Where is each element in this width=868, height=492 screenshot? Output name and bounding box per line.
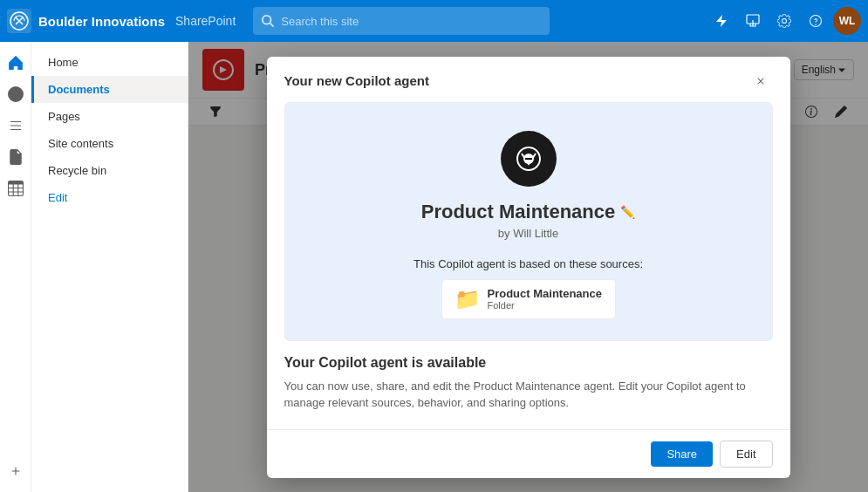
agent-card-area: Product Maintenance ✏️ by Will Little Th… [284,102,773,341]
copilot-agent-modal: Your new Copilot agent [267,57,790,478]
available-desc: You can now use, share, and edit the Pro… [284,378,773,412]
agent-sources-label: This Copilot agent is based on these sou… [303,257,755,270]
copilot-icon [513,143,544,174]
topbar-icons: WL [707,7,861,35]
main-content: Product M Edit only Not following Englis… [188,42,868,492]
modal-header: Your new Copilot agent [267,57,790,102]
nav-item-site-contents[interactable]: Site contents [31,130,188,157]
available-title: Your Copilot agent is available [284,355,773,371]
modal-body: Your Copilot agent is available You can … [267,355,790,429]
settings-icon-btn[interactable] [770,7,798,35]
agent-name: Product Maintenance [421,201,615,223]
sidebar-icon-home[interactable] [2,49,30,77]
app-logo[interactable] [7,9,31,33]
source-type: Folder [488,300,602,311]
modal-footer: Share Edit [267,429,790,478]
search-box[interactable] [253,7,550,35]
sidebar-icon-globe[interactable] [2,80,30,108]
share-button[interactable]: Share [651,441,713,467]
agent-avatar [501,131,557,187]
modal-close-button[interactable] [748,69,773,93]
site-name[interactable]: Boulder Innovations [38,14,165,29]
agent-name-row: Product Maintenance ✏️ [421,201,635,223]
folder-icon: 📁 [455,287,481,311]
nav-item-pages[interactable]: Pages [31,103,188,130]
nav-item-recycle-bin[interactable]: Recycle bin [31,157,188,184]
main-layout: Home Documents Pages Site contents Recyc… [0,42,868,492]
source-info: Product Maintenance Folder [488,287,602,311]
help-icon-btn[interactable] [802,7,830,35]
nav-item-documents[interactable]: Documents [31,76,188,103]
agent-author: by Will Little [498,227,558,240]
sidebar-icon-list[interactable] [2,112,30,140]
left-nav: Home Documents Pages Site contents Recyc… [31,42,188,492]
nav-item-edit[interactable]: Edit [31,184,188,211]
share-icon-btn[interactable] [739,7,767,35]
agent-name-edit-icon[interactable]: ✏️ [620,205,635,219]
sidebar [0,42,31,492]
sidebar-icon-table[interactable] [2,174,30,202]
source-name: Product Maintenance [488,287,602,300]
topbar: Boulder Innovations SharePoint WL [0,0,868,42]
modal-title: Your new Copilot agent [284,73,429,88]
close-icon [754,74,768,88]
search-icon [262,15,274,27]
user-avatar[interactable]: WL [833,7,861,35]
sidebar-icon-file[interactable] [2,143,30,171]
modal-overlay: Your new Copilot agent [188,42,868,492]
agent-source-item: 📁 Product Maintenance Folder [441,279,616,319]
app-name: SharePoint [175,14,236,28]
nav-item-home[interactable]: Home [31,49,188,76]
edit-button[interactable]: Edit [720,441,772,468]
search-input[interactable] [281,15,541,28]
sidebar-icon-add[interactable] [2,457,30,485]
lightning-icon-btn[interactable] [707,7,735,35]
